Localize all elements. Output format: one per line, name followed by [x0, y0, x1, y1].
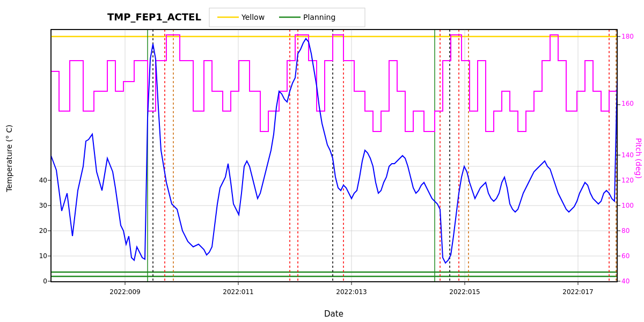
y-right-tick-40: 40 — [621, 277, 630, 285]
y-right-axis-label: Pitch (deg) — [634, 138, 643, 179]
y-right-tick-80: 80 — [621, 227, 630, 235]
y-left-tick-30: 30 — [39, 202, 47, 209]
x-tick-3: 2022:013 — [336, 288, 367, 296]
y-left-axis-label: Temperature (° C) — [5, 125, 13, 192]
legend-yellow-label: Yellow — [241, 13, 265, 21]
chart-container: TMP_FEP1_ACTEL Yellow Planning Date Temp… — [0, 0, 644, 322]
x-tick-5: 2022:017 — [562, 288, 594, 296]
x-axis-label: Date — [324, 309, 343, 319]
y-right-tick-100: 100 — [621, 202, 634, 209]
y-right-tick-160: 160 — [621, 100, 634, 107]
y-left-tick-10: 10 — [39, 252, 47, 260]
legend-planning-label: Planning — [303, 13, 335, 21]
svg-rect-1 — [51, 30, 617, 282]
y-left-tick-40: 40 — [39, 177, 47, 184]
x-tick-1: 2022:009 — [109, 288, 141, 296]
y-right-tick-140: 140 — [621, 151, 634, 159]
y-left-tick-0: 0 — [43, 277, 47, 285]
y-left-tick-20: 20 — [39, 227, 47, 235]
x-tick-2: 2022:011 — [223, 288, 254, 296]
y-right-tick-60: 60 — [621, 252, 630, 260]
x-tick-4: 2022:015 — [449, 288, 480, 296]
chart-title: TMP_FEP1_ACTEL — [107, 11, 201, 23]
y-right-tick-120: 120 — [621, 177, 634, 184]
y-right-tick-180: 180 — [621, 33, 634, 40]
